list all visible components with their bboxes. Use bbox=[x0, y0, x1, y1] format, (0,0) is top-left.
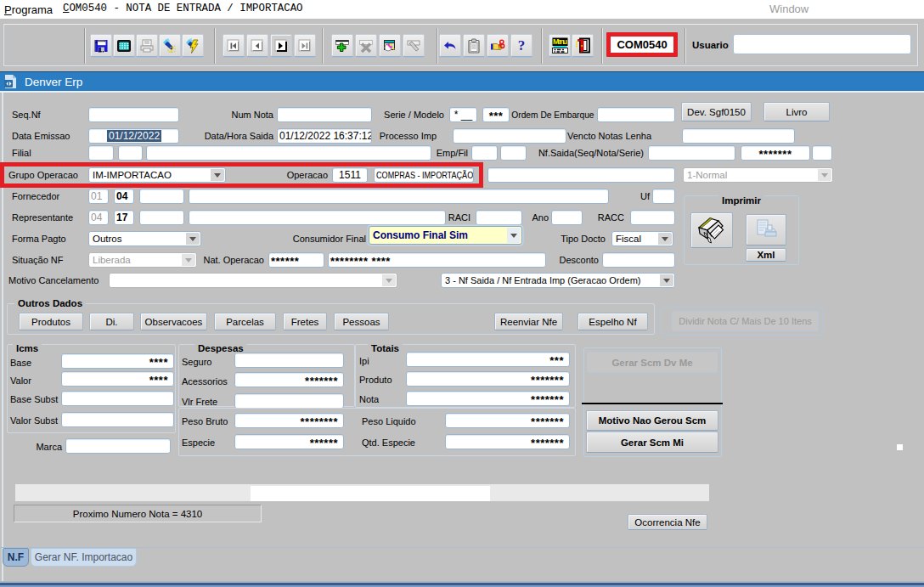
svg-text:Menu: Menu bbox=[553, 37, 567, 46]
svg-text:?: ? bbox=[170, 43, 175, 54]
